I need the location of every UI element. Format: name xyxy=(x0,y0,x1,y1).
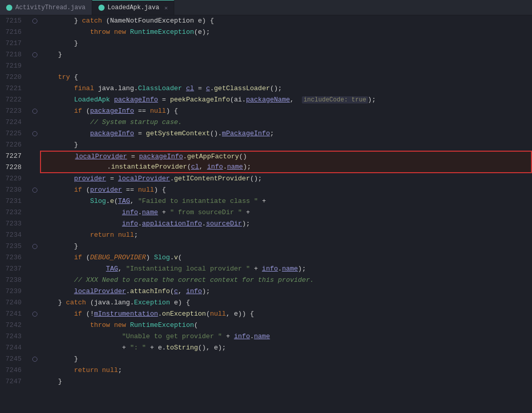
breakpoint-indicator[interactable] xyxy=(32,52,37,57)
table-row: } xyxy=(40,38,532,49)
token-var: TAG xyxy=(106,265,118,273)
table-row: LoadedApk packageInfo = peekPackageInfo(… xyxy=(40,94,532,106)
token-var: cl xyxy=(191,163,199,171)
token-kw: return xyxy=(74,366,98,374)
token-kw: catch xyxy=(66,299,86,306)
token-plain: ) xyxy=(146,254,154,261)
token-kw: if xyxy=(74,107,82,115)
table-row xyxy=(40,60,532,72)
token-plain: } xyxy=(74,141,78,149)
line-number: 7237 xyxy=(0,263,26,275)
token-plain: (! xyxy=(82,310,94,318)
gutter-cell xyxy=(30,38,40,49)
line-number: 7230 xyxy=(0,184,26,196)
token-plain: . xyxy=(278,265,282,273)
gutter-cell xyxy=(30,117,40,128)
token-fn: getAppFactory xyxy=(187,153,239,160)
breakpoint-indicator[interactable] xyxy=(32,244,37,249)
gutter xyxy=(30,15,40,413)
token-plain: . xyxy=(138,220,142,228)
line-number: 7216 xyxy=(0,27,26,38)
token-plain: , xyxy=(130,197,138,205)
token-kw: if xyxy=(74,254,82,261)
token-fn: instantiateProvider xyxy=(111,163,187,171)
token-var: provider xyxy=(90,186,122,194)
token-str: "Unable to get provider " xyxy=(122,333,222,340)
table-row: info.applicationInfo.sourceDir); xyxy=(40,218,532,230)
gutter-cell xyxy=(30,365,40,376)
gutter-cell xyxy=(30,49,40,60)
table-row: return null; xyxy=(40,365,532,376)
table-row: // System startup case. xyxy=(40,117,532,128)
token-plain: ); xyxy=(368,96,376,104)
token-plain: ); xyxy=(242,220,250,228)
token-plain: ); xyxy=(202,287,210,295)
gutter-cell xyxy=(30,151,40,162)
token-plain xyxy=(126,321,130,329)
token-plain: (java.lang. xyxy=(86,299,134,306)
breakpoint-indicator[interactable] xyxy=(32,357,37,362)
token-var: packageInfo xyxy=(90,130,134,137)
token-var: info xyxy=(207,163,223,171)
gutter-cell xyxy=(30,196,40,207)
table-row: provider = localProvider.getIContentProv… xyxy=(40,173,532,184)
table-row: return null; xyxy=(40,230,532,241)
token-plain: = xyxy=(194,85,206,92)
breakpoint-indicator[interactable] xyxy=(32,188,37,193)
line-number: 7243 xyxy=(0,331,26,342)
token-plain: ( xyxy=(206,310,210,318)
gutter-cell xyxy=(30,128,40,139)
token-plain: + xyxy=(222,333,234,340)
token-plain: + xyxy=(250,265,262,273)
token-plain xyxy=(182,85,186,92)
token-plain: . xyxy=(138,209,142,216)
gutter-cell xyxy=(30,230,40,241)
token-plain: } xyxy=(58,378,62,385)
token-plain: } xyxy=(74,355,78,363)
token-plain: . xyxy=(126,287,130,295)
breakpoint-indicator[interactable] xyxy=(32,109,37,114)
gutter-cell xyxy=(30,139,40,151)
breakpoint-indicator[interactable] xyxy=(32,131,37,136)
token-fn: onException xyxy=(162,310,206,318)
token-plain: = xyxy=(127,153,139,160)
token-plain: = xyxy=(134,130,146,137)
tab-bar: ActivityThread.java LoadedApk.java ✕ xyxy=(0,0,532,15)
token-kw: catch xyxy=(82,17,102,25)
breakpoint-indicator[interactable] xyxy=(32,18,37,24)
token-plain: . xyxy=(170,254,174,261)
tab-close-icon[interactable]: ✕ xyxy=(165,5,168,11)
line-number: 7226 xyxy=(0,139,26,151)
tab-loaded-apk[interactable]: LoadedApk.java ✕ xyxy=(92,0,174,15)
token-kw: null xyxy=(150,107,166,115)
line-number: 7236 xyxy=(0,252,26,263)
token-plain xyxy=(126,28,130,36)
line-number: 7219 xyxy=(0,60,26,72)
token-fn: attachInfo xyxy=(130,287,170,295)
token-plain: = xyxy=(106,175,118,182)
token-kw: if xyxy=(74,186,82,194)
token-var: sourceDir xyxy=(206,220,242,228)
token-plain: java.lang. xyxy=(94,85,138,92)
gutter-cell xyxy=(30,354,40,365)
token-plain: (); xyxy=(250,175,262,182)
token-comment: // System startup case. xyxy=(90,118,182,126)
token-fn: getIContentProvider xyxy=(174,175,250,182)
breakpoint-indicator[interactable] xyxy=(32,312,37,317)
token-var: info xyxy=(122,209,138,216)
token-var: packageInfo xyxy=(114,96,158,104)
token-plain: + e. xyxy=(146,344,166,352)
line-number: 7229 xyxy=(0,173,26,184)
table-row: } xyxy=(40,354,532,365)
token-var: packageName xyxy=(246,96,290,104)
line-number: 7238 xyxy=(0,275,26,286)
line-number: 7218 xyxy=(0,49,26,60)
token-hint: includeCode: true xyxy=(302,96,367,104)
gutter-cell xyxy=(30,106,40,117)
token-kw: if xyxy=(74,310,82,318)
token-plain: ( xyxy=(82,254,90,261)
table-row: } xyxy=(40,49,532,60)
tab-activity-thread[interactable]: ActivityThread.java xyxy=(0,0,92,15)
gutter-cell xyxy=(30,331,40,342)
code-area: 7215721672177218721972207221722272237224… xyxy=(0,15,532,413)
